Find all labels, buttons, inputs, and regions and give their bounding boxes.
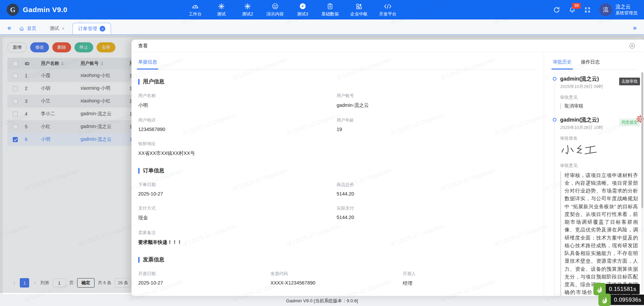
tab-approval-history[interactable]: 审批历史 xyxy=(553,59,572,69)
approval-action-badge: 去除审批 xyxy=(619,78,640,85)
tab-operation-log[interactable]: 操作日志 xyxy=(581,59,600,69)
system-footer: Gadmin V9.0 [当前系统版本：9.0.6] xyxy=(0,296,644,306)
field-address: 收获地址 XX省XX市XX镇XX村XX号 xyxy=(138,141,535,157)
smiley-icon xyxy=(272,3,279,10)
opinion-text: 经审核，该项目立项申请材料齐全，内容逻辑清晰。项目背景部分对行业趋势、市场需求的… xyxy=(560,171,638,296)
approval-panel: 审批历史 操作日志 gadmin(流之云) 2025年10月29日 09时 去除… xyxy=(544,52,644,296)
menu-item-base-data[interactable]: 基础数据 xyxy=(321,3,339,17)
snowflake-icon xyxy=(218,3,225,10)
menu-label: 演示内容 xyxy=(266,11,284,17)
document-form-area: 单据信息 用户信息 用户名称 小明 用户账号 gadmin-流之云 用户电话 1… xyxy=(131,52,544,296)
approval-entry: gadmin(流之云) 2025年10月28日 10时 同意提交 审批签名 xyxy=(560,117,638,296)
menu-label: 基础数据 xyxy=(321,11,339,17)
fullscreen-icon[interactable] xyxy=(584,7,591,13)
field-user-phone: 用户电话 1234567890 xyxy=(138,117,337,132)
view-order-drawer: 查看 单据信息 用户信息 用户名称 小明 用户账号 gadmin-流之云 xyxy=(131,40,644,296)
menu-item-demo[interactable]: 演示内容 xyxy=(266,3,284,17)
approval-timeline: gadmin(流之云) 2025年10月29日 09时 去除审批 审批意见 取消… xyxy=(553,70,638,296)
field-invoice-issuer: 开票人 经理 xyxy=(403,271,535,287)
menu-label: 测试2 xyxy=(242,11,253,17)
gauge-icon xyxy=(192,3,199,10)
opinion-label: 审批意见 xyxy=(560,163,638,169)
home-icon xyxy=(19,26,24,31)
field-actual-paid: 实际支付 5144.20 xyxy=(337,205,535,221)
page-tabbar: « 首页 测试 × 订单管理 × » xyxy=(0,19,644,35)
user-menu[interactable]: 流 流之云 系统管理员 xyxy=(599,3,637,16)
drawer-header: 查看 xyxy=(131,40,644,52)
menu-label: 测试 xyxy=(217,11,226,17)
menu-item-dev-platform[interactable]: 开发平台 xyxy=(379,3,396,17)
tab-home[interactable]: 首页 xyxy=(14,23,42,34)
field-user-name: 用户名称 小明 xyxy=(138,93,337,108)
menu-item-test2[interactable]: 测试2 xyxy=(240,3,255,17)
menu-label: 企业中枢 xyxy=(350,11,368,17)
user-role: 系统管理员 xyxy=(615,10,637,16)
tabs-expand-icon[interactable]: » xyxy=(630,24,639,34)
section-order-info: 订单信息 xyxy=(138,167,535,174)
compass-icon xyxy=(299,3,306,10)
top-navbar: G Gadmin V9.0 工作台 测试 测试2 演示内容 xyxy=(0,0,644,19)
brand: G Gadmin V9.0 xyxy=(7,4,148,16)
tab-label: 订单管理 xyxy=(78,26,97,32)
field-user-age: 用户年龄 19 xyxy=(337,117,535,132)
field-pay-method: 支付方式 现金 xyxy=(138,205,337,221)
clipboard-icon xyxy=(327,3,333,10)
menu-label: 工作台 xyxy=(189,11,202,17)
menu-item-test[interactable]: 测试 xyxy=(214,3,229,17)
scrollbar[interactable] xyxy=(641,72,643,292)
opinion-text: 取消审核 xyxy=(560,103,638,109)
menu-item-test3[interactable]: 测试3 xyxy=(295,3,310,17)
timeline-dot-icon xyxy=(553,118,556,122)
tab-label: 首页 xyxy=(27,26,36,32)
refresh-icon[interactable] xyxy=(553,6,560,13)
user-name: 流之云 xyxy=(615,3,637,10)
field-total-price: 商品总价 5144.20 xyxy=(337,182,535,196)
menu-label: 测试3 xyxy=(297,11,308,17)
timeline-dot-icon xyxy=(553,77,556,81)
snowflake-icon xyxy=(244,3,251,10)
field-order-date: 下单日期 2025-10-27 xyxy=(138,182,337,196)
approval-action-badge: 同意提交 xyxy=(619,119,640,126)
signature-label: 审批签名 xyxy=(560,135,638,141)
logo-icon: G xyxy=(7,4,19,16)
tab-test[interactable]: 测试 × xyxy=(44,23,70,34)
field-user-account: 用户账号 gadmin-流之云 xyxy=(337,93,535,108)
menu-label: 开发平台 xyxy=(379,11,396,17)
scrollbar-thumb[interactable] xyxy=(641,72,643,208)
blocks-icon xyxy=(356,3,362,10)
section-user-info: 用户信息 xyxy=(138,78,535,85)
field-invoice-date: 开票日期 2025-10-27 xyxy=(138,271,270,287)
notification-count-badge: 39 xyxy=(572,3,581,9)
field-invoice-code: 发票代码 XXXX-X1234567890 xyxy=(270,271,402,287)
section-invoice-info: 发票信息 xyxy=(138,256,535,263)
approval-entry: gadmin(流之云) 2025年10月29日 09时 去除审批 审批意见 取消… xyxy=(560,76,638,109)
field-seller-note: 卖家备注 要求顺丰快递！！！ xyxy=(138,230,535,246)
notification-bell-icon[interactable]: 39 xyxy=(569,6,576,13)
menu-item-workbench[interactable]: 工作台 xyxy=(188,3,203,17)
navbar-right: 39 流 流之云 系统管理员 xyxy=(553,3,637,16)
app-title: Gadmin V9.0 xyxy=(23,6,67,14)
code-icon xyxy=(384,3,392,10)
opinion-label: 审批意见 xyxy=(560,94,638,100)
close-icon[interactable]: × xyxy=(62,26,64,31)
tab-label: 测试 xyxy=(50,26,59,32)
drawer-title: 查看 xyxy=(138,43,148,49)
close-icon[interactable]: × xyxy=(100,26,105,32)
handwritten-signature xyxy=(560,143,638,158)
tab-document-info[interactable]: 单据信息 xyxy=(138,59,157,69)
main-menu: 工作台 测试 测试2 演示内容 测试3 xyxy=(188,3,396,17)
avatar: 流 xyxy=(599,3,612,16)
tabs-collapse-icon[interactable]: « xyxy=(5,24,14,34)
menu-item-enterprise-hub[interactable]: 企业中枢 xyxy=(350,3,368,17)
tab-order-management[interactable]: 订单管理 × xyxy=(72,23,111,34)
drawer-close-icon[interactable] xyxy=(629,43,635,49)
